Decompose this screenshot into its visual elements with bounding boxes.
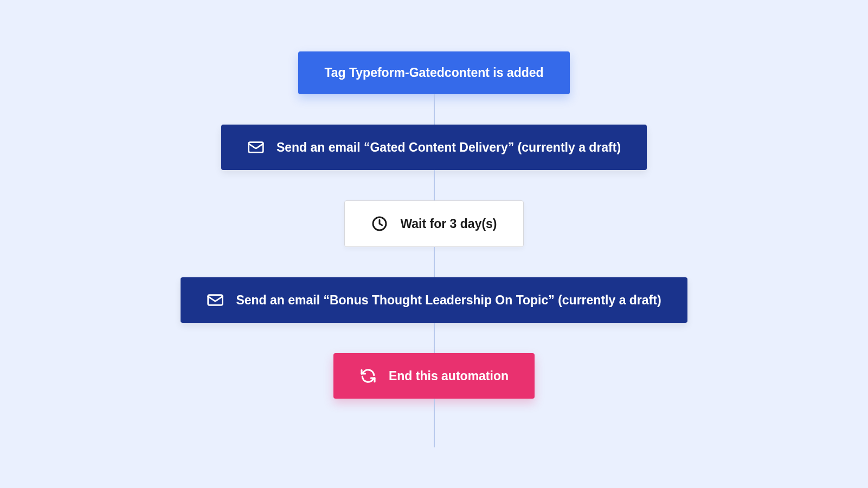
step-label: End this automation bbox=[389, 369, 509, 383]
connector bbox=[434, 399, 435, 447]
step-wait[interactable]: Wait for 3 day(s) bbox=[344, 200, 523, 247]
svg-rect-2 bbox=[208, 295, 223, 305]
step-label: Send an email “Gated Content Delivery” (… bbox=[277, 140, 621, 155]
connector bbox=[434, 170, 435, 200]
clock-icon bbox=[371, 215, 388, 232]
mail-icon bbox=[207, 291, 224, 309]
connector bbox=[434, 247, 435, 277]
svg-rect-0 bbox=[249, 142, 263, 153]
trigger-node[interactable]: Tag Typeform-Gatedcontent is added bbox=[298, 51, 569, 94]
trigger-label: Tag Typeform-Gatedcontent is added bbox=[324, 66, 543, 80]
step-send-email-2[interactable]: Send an email “Bonus Thought Leadership … bbox=[181, 277, 687, 323]
step-label: Send an email “Bonus Thought Leadership … bbox=[236, 293, 661, 308]
step-end-automation[interactable]: End this automation bbox=[333, 353, 535, 399]
automation-canvas: Tag Typeform-Gatedcontent is added Send … bbox=[0, 0, 868, 488]
mail-icon bbox=[247, 139, 265, 156]
refresh-icon bbox=[359, 367, 377, 385]
connector bbox=[434, 323, 435, 353]
step-send-email-1[interactable]: Send an email “Gated Content Delivery” (… bbox=[221, 125, 647, 170]
connector bbox=[434, 94, 435, 125]
step-label: Wait for 3 day(s) bbox=[400, 217, 497, 231]
